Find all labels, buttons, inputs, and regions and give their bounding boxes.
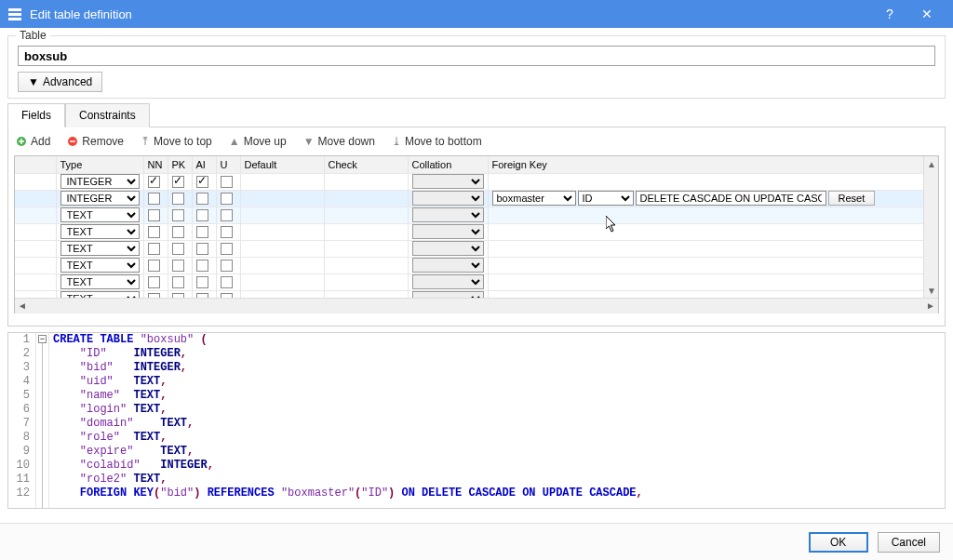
checkbox[interactable] (148, 193, 160, 205)
checkbox[interactable] (196, 243, 208, 255)
tab-fields[interactable]: Fields (7, 103, 65, 127)
type-select[interactable]: TEXT (60, 291, 140, 298)
checkbox[interactable] (148, 226, 160, 238)
checkbox[interactable] (172, 176, 184, 188)
checkbox[interactable] (172, 243, 184, 255)
col-fk[interactable]: Foreign Key (488, 156, 938, 173)
collation-select[interactable] (412, 274, 484, 289)
move-up-button[interactable]: ▲Move up (229, 135, 287, 148)
col-check[interactable]: Check (324, 156, 408, 173)
checkbox[interactable] (221, 176, 233, 188)
type-select[interactable]: INTEGER (60, 174, 140, 189)
checkbox[interactable] (172, 193, 184, 205)
table-row[interactable]: TEXT (15, 257, 938, 273)
col-nn[interactable]: NN (143, 156, 168, 173)
checkbox[interactable] (196, 193, 208, 205)
type-select[interactable]: TEXT (60, 224, 140, 239)
collation-select[interactable] (412, 191, 484, 206)
checkbox[interactable] (172, 260, 184, 272)
sql-editor[interactable]: 123456789101112 − CREATE TABLE "boxsub" … (7, 332, 946, 509)
type-select[interactable]: TEXT (60, 258, 140, 273)
tab-constraints[interactable]: Constraints (65, 103, 150, 127)
svg-rect-1 (8, 13, 21, 16)
cancel-button[interactable]: Cancel (878, 532, 940, 553)
fk-reset-button[interactable]: Reset (828, 191, 876, 206)
checkbox[interactable] (221, 243, 233, 255)
scroll-left-icon[interactable]: ◄ (15, 299, 30, 313)
checkbox[interactable] (148, 293, 160, 298)
checkbox[interactable] (221, 209, 233, 221)
add-field-button[interactable]: Add (16, 135, 50, 148)
type-select[interactable]: INTEGER (60, 191, 140, 206)
type-select[interactable]: TEXT (60, 241, 140, 256)
remove-field-button[interactable]: Remove (67, 135, 124, 148)
col-type[interactable]: Type (56, 156, 143, 173)
window-title: Edit table definition (30, 7, 871, 21)
checkbox[interactable] (196, 176, 208, 188)
move-to-top-button[interactable]: ⤒Move to top (141, 135, 212, 148)
move-to-bottom-button[interactable]: ⤓Move to bottom (392, 135, 482, 148)
scroll-right-icon[interactable]: ► (923, 299, 938, 313)
svg-rect-2 (8, 18, 21, 20)
checkbox[interactable] (221, 226, 233, 238)
checkbox[interactable] (172, 293, 184, 298)
collation-select[interactable] (412, 241, 484, 256)
checkbox[interactable] (196, 209, 208, 221)
table-row[interactable]: TEXT (15, 207, 938, 223)
sql-code[interactable]: CREATE TABLE "boxsub" ( "ID" INTEGER, "b… (49, 333, 945, 508)
table-row[interactable]: INTEGERboxmasterIDReset (15, 190, 938, 207)
collation-select[interactable] (412, 291, 484, 298)
fields-grid: Type NN PK AI U Default Check Collation … (14, 155, 939, 313)
checkbox[interactable] (221, 193, 233, 205)
fk-table-select[interactable]: boxmaster (492, 191, 576, 206)
scroll-up-icon[interactable]: ▲ (924, 156, 939, 171)
checkbox[interactable] (196, 260, 208, 272)
checkbox[interactable] (172, 209, 184, 221)
checkbox[interactable] (221, 276, 233, 288)
scroll-down-icon[interactable]: ▼ (924, 283, 939, 298)
table-row[interactable]: INTEGER (15, 173, 938, 190)
collation-select[interactable] (412, 258, 484, 273)
checkbox[interactable] (148, 209, 160, 221)
close-button[interactable]: ✕ (908, 0, 946, 28)
col-collation[interactable]: Collation (408, 156, 488, 173)
grid-vertical-scrollbar[interactable]: ▲ ▼ (923, 156, 938, 298)
advanced-label: Advanced (43, 75, 92, 88)
checkbox[interactable] (196, 276, 208, 288)
checkbox[interactable] (172, 276, 184, 288)
checkbox[interactable] (148, 243, 160, 255)
col-ai[interactable]: AI (192, 156, 216, 173)
table-row[interactable]: TEXT (15, 223, 938, 240)
checkbox[interactable] (221, 260, 233, 272)
move-down-button[interactable]: ▼Move down (303, 135, 375, 148)
table-row[interactable]: TEXT (15, 290, 938, 298)
ok-button[interactable]: OK (809, 532, 868, 553)
checkbox[interactable] (221, 293, 233, 298)
advanced-toggle[interactable]: ▼ Advanced (18, 72, 102, 92)
fields-panel: Add Remove ⤒Move to top ▲Move up ▼Move d… (7, 127, 946, 327)
type-select[interactable]: TEXT (60, 274, 140, 289)
collation-select[interactable] (412, 207, 484, 222)
svg-rect-0 (8, 8, 21, 11)
table-name-input[interactable] (18, 46, 935, 66)
fold-toggle-icon[interactable]: − (38, 335, 47, 343)
help-button[interactable]: ? (871, 0, 908, 28)
table-row[interactable]: TEXT (15, 273, 938, 290)
fk-column-select[interactable]: ID (578, 191, 634, 206)
type-select[interactable]: TEXT (60, 207, 140, 222)
table-row[interactable]: TEXT (15, 240, 938, 257)
grid-horizontal-scrollbar[interactable]: ◄ ► (15, 298, 938, 313)
col-pk[interactable]: PK (168, 156, 192, 173)
checkbox[interactable] (172, 226, 184, 238)
fold-column[interactable]: − (36, 333, 49, 508)
checkbox[interactable] (196, 226, 208, 238)
checkbox[interactable] (148, 260, 160, 272)
checkbox[interactable] (148, 176, 160, 188)
checkbox[interactable] (196, 293, 208, 298)
col-u[interactable]: U (216, 156, 240, 173)
collation-select[interactable] (412, 224, 484, 239)
collation-select[interactable] (412, 174, 484, 189)
fk-clause-input[interactable] (636, 191, 826, 206)
checkbox[interactable] (148, 276, 160, 288)
col-default[interactable]: Default (240, 156, 324, 173)
